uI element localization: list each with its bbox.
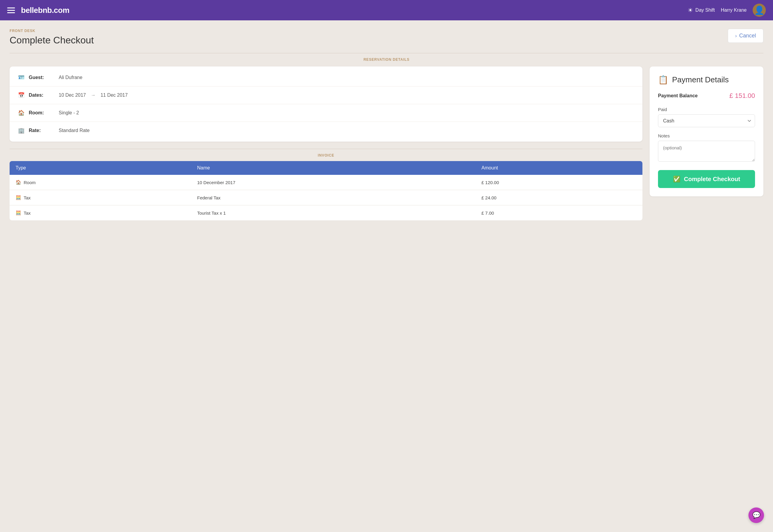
- rate-icon: 🏢: [18, 127, 29, 134]
- table-row: 🏠 Room 10 December 2017 £ 120.00: [10, 175, 642, 190]
- paid-select[interactable]: Cash Credit Card Bank Transfer: [658, 114, 755, 127]
- cell-amount: £ 120.00: [476, 175, 642, 190]
- hamburger-menu[interactable]: [7, 7, 15, 13]
- room-value: Single - 2: [59, 110, 79, 116]
- guest-value: Ali Dufrane: [59, 75, 82, 80]
- row-icon: 🧮: [16, 195, 21, 200]
- user-name: Harry Krane: [721, 7, 747, 13]
- date-from: 10 Dec 2017: [59, 93, 86, 98]
- rate-label: Rate:: [29, 128, 53, 133]
- checkmark-icon: ✅: [673, 175, 680, 183]
- invoice-section-label: INVOICE: [10, 149, 642, 157]
- dates-row: 📅 Dates: 10 Dec 2017 → 11 Dec 2017: [10, 87, 642, 104]
- rate-row: 🏢 Rate: Standard Rate: [10, 122, 642, 139]
- main-layout: 🪪 Guest: Ali Dufrane 📅 Dates: 10 Dec 201…: [10, 66, 763, 220]
- table-row: 🧮 Tax Federal Tax £ 24.00: [10, 190, 642, 205]
- cell-name: 10 December 2017: [191, 175, 475, 190]
- cell-type: 🧮 Tax: [10, 205, 191, 220]
- payment-balance-label: Payment Balance: [658, 93, 698, 98]
- header: bellebnb.com ☀ Day Shift Harry Krane: [0, 0, 773, 20]
- dates-label: Dates:: [29, 93, 53, 98]
- table-row: 🧮 Tax Tourist Tax x 1 £ 7.00: [10, 205, 642, 221]
- right-column: 📋 Payment Details Payment Balance £ 151.…: [650, 66, 763, 196]
- cell-name: Tourist Tax x 1: [191, 205, 475, 221]
- date-to: 11 Dec 2017: [101, 93, 128, 98]
- row-icon: 🏠: [16, 180, 21, 185]
- payment-card: 📋 Payment Details Payment Balance £ 151.…: [650, 66, 763, 196]
- title-area: FRONT DESK Complete Checkout: [10, 29, 94, 53]
- shift-label: Day Shift: [695, 7, 715, 13]
- day-shift: ☀ Day Shift: [688, 7, 715, 14]
- notes-label: Notes: [658, 133, 755, 138]
- dates-value: 10 Dec 2017 → 11 Dec 2017: [59, 93, 128, 98]
- shift-icon: ☀: [688, 7, 693, 14]
- header-left: bellebnb.com: [7, 6, 69, 15]
- page-header: FRONT DESK Complete Checkout › Cancel: [10, 29, 763, 53]
- payment-title-text: Payment Details: [672, 75, 729, 84]
- checkout-button-label: Complete Checkout: [684, 176, 740, 183]
- col-amount: Amount: [476, 161, 642, 175]
- page: FRONT DESK Complete Checkout › Cancel RE…: [0, 20, 773, 229]
- breadcrumb: FRONT DESK: [10, 29, 94, 33]
- guest-row: 🪪 Guest: Ali Dufrane: [10, 69, 642, 87]
- cell-name: Federal Tax: [191, 190, 475, 205]
- payment-icon: 📋: [658, 75, 669, 85]
- avatar: [753, 4, 766, 17]
- page-title: Complete Checkout: [10, 35, 94, 46]
- complete-checkout-button[interactable]: ✅ Complete Checkout: [658, 170, 755, 188]
- cancel-label: Cancel: [739, 33, 756, 39]
- calendar-icon: 📅: [18, 92, 29, 98]
- notes-input[interactable]: [658, 141, 755, 162]
- dates-arrow-icon: →: [91, 93, 95, 98]
- chevron-right-icon: ›: [735, 33, 737, 39]
- cell-amount: £ 7.00: [476, 205, 642, 221]
- invoice-table: Type Name Amount 🏠 Room 10 December 2017…: [10, 161, 642, 220]
- logo: bellebnb.com: [21, 6, 69, 15]
- chat-fab-button[interactable]: 💬: [748, 507, 764, 523]
- left-column: 🪪 Guest: Ali Dufrane 📅 Dates: 10 Dec 201…: [10, 66, 642, 220]
- reservation-section-label: RESERVATION DETAILS: [10, 53, 763, 62]
- room-icon: 🏠: [18, 110, 29, 116]
- cancel-button[interactable]: › Cancel: [728, 29, 763, 43]
- cell-type: 🏠 Room: [10, 175, 191, 190]
- payment-balance-amount: £ 151.00: [729, 92, 755, 100]
- header-right: ☀ Day Shift Harry Krane: [688, 4, 766, 17]
- paid-label: Paid: [658, 107, 755, 112]
- room-row: 🏠 Room: Single - 2: [10, 104, 642, 122]
- guest-label: Guest:: [29, 75, 53, 80]
- chat-icon: 💬: [752, 511, 760, 519]
- reservation-card: 🪪 Guest: Ali Dufrane 📅 Dates: 10 Dec 201…: [10, 66, 642, 142]
- payment-title: 📋 Payment Details: [658, 75, 755, 85]
- cell-amount: £ 24.00: [476, 190, 642, 205]
- table-header-row: Type Name Amount: [10, 161, 642, 175]
- guest-icon: 🪪: [18, 74, 29, 81]
- rate-value: Standard Rate: [59, 128, 90, 133]
- payment-balance-row: Payment Balance £ 151.00: [658, 92, 755, 100]
- room-label: Room:: [29, 110, 53, 116]
- cell-type: 🧮 Tax: [10, 190, 191, 205]
- col-type: Type: [10, 161, 191, 175]
- row-icon: 🧮: [16, 210, 21, 216]
- col-name: Name: [191, 161, 475, 175]
